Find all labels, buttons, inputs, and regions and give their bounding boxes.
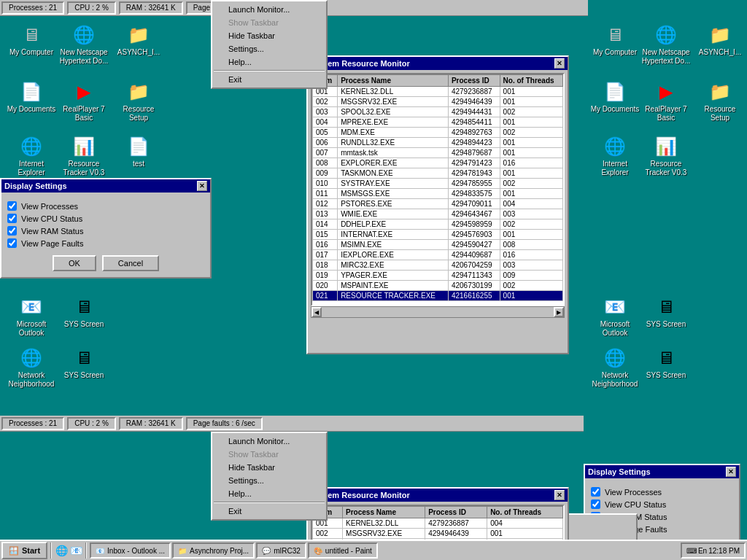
menu-help[interactable]: Help...	[214, 55, 325, 69]
desktop-icon-resource-setup[interactable]: 📁 Resource Setup	[113, 80, 164, 122]
my-computer-icon: 🖥	[20, 23, 43, 47]
menu-hide-taskbar[interactable]: Hide Taskbar	[214, 29, 325, 42]
desktop-icon-asynch[interactable]: 📁 ASYNCH_I...	[113, 23, 164, 57]
desktop-icon-test[interactable]: 📄 test	[113, 135, 164, 168]
ok-button[interactable]: OK	[53, 255, 96, 271]
scroll-left-btn[interactable]: ◀	[311, 307, 322, 317]
table-row[interactable]: 020MSPAINT.EXE4206730199002	[313, 281, 563, 291]
quicklaunch-ie[interactable]: 🌐	[55, 544, 68, 557]
desktop-icon-netscape-r[interactable]: 🌐 New Netscape Hypertext Do...	[640, 23, 692, 66]
context-menu-bottom: Launch Monitor... Show Taskbar Hide Task…	[211, 432, 328, 521]
menu-launch-monitor-b[interactable]: Launch Monitor...	[214, 435, 325, 448]
checkbox-processes-input[interactable]	[7, 201, 17, 211]
desktop-icon-tracker[interactable]: 📊 Resource Tracker V0.3	[58, 135, 109, 177]
sysscreen2-label: SYS Screen	[64, 371, 104, 380]
checkbox-cpu-input[interactable]	[7, 214, 17, 223]
sysscreen1-label: SYS Screen	[64, 320, 104, 329]
sys-monitor-close-b[interactable]: ✕	[554, 490, 565, 500]
ie-label-r: Internet Explorer	[589, 160, 640, 177]
process-table-container[interactable]: Num Process Name Process ID No. of Threa…	[311, 73, 565, 306]
desktop-icon-asynch-r[interactable]: 📁 ASYNCH_I...	[694, 23, 746, 57]
table-row[interactable]: 001KERNEL32.DLL4279236887001	[313, 87, 563, 97]
table-row[interactable]: 017IEXPLORE.EXE4294409687016	[313, 250, 563, 260]
status-bar-bottom: Processes : 21 CPU : 2 % RAM : 32641 K P…	[0, 416, 584, 432]
menu-settings[interactable]: Settings...	[214, 42, 325, 55]
cancel-button[interactable]: Cancel	[102, 255, 159, 271]
desktop-icon-my-computer[interactable]: 🖥 My Computer	[6, 23, 57, 57]
menu-divider	[214, 70, 325, 71]
menu-help-b[interactable]: Help...	[214, 487, 325, 500]
table-row[interactable]: 012PSTORES.EXE4294709011004	[313, 199, 563, 209]
desktop-icon-sysscreen2[interactable]: 🖥 SYS Screen	[58, 346, 109, 380]
checkbox-processes-input-b[interactable]	[591, 487, 600, 497]
taskbar-mirc[interactable]: 💬 mIRC32	[256, 542, 306, 559]
desktop-icon-sysscreen1-r[interactable]: 🖥 SYS Screen	[640, 295, 692, 329]
table-row[interactable]: 005MDM.EXE4294892763002	[313, 128, 563, 138]
checkbox-ram-input[interactable]	[7, 226, 17, 236]
table-row[interactable]: 002MSGSRV32.EXE4294946439001	[313, 97, 563, 107]
sys-monitor-content: Num Process Name Process ID No. of Threa…	[308, 70, 568, 353]
paint-label: untitled - Paint	[325, 547, 372, 555]
table-row[interactable]: 011MSMSGS.EXE4294833575001	[313, 189, 563, 199]
table-row[interactable]: 008EXPLORER.EXE4294791423016	[313, 158, 563, 168]
desktop-icon-sysscreen1[interactable]: 🖥 SYS Screen	[58, 295, 109, 329]
desktop-icon-outlook-r[interactable]: 📧 Microsoft Outlook	[589, 295, 640, 338]
desktop-icon-netscape[interactable]: 🌐 New Netscape Hypertext Do...	[58, 23, 109, 66]
table-row[interactable]: 010SYSTRAY.EXE4294785955002	[313, 179, 563, 189]
menu-hide-taskbar-b[interactable]: Hide Taskbar	[214, 461, 325, 474]
start-button[interactable]: 🪟 Start	[1, 542, 47, 559]
taskbar-asynch[interactable]: 📁 Asynchrony Proj...	[172, 542, 255, 559]
desktop-icon-realplayer[interactable]: ▶ RealPlayer 7 Basic	[58, 80, 109, 122]
checkbox-cpu-input-b[interactable]	[591, 499, 600, 509]
table-row[interactable]: 014DDHELP.EXE4294598959002	[313, 219, 563, 230]
menu-show-taskbar[interactable]: Show Taskbar	[214, 16, 325, 29]
table-row[interactable]: 009TASKMON.EXE4294781943001	[313, 168, 563, 179]
desktop-icon-mydocs[interactable]: 📄 My Documents	[6, 80, 57, 114]
display-settings-close-b[interactable]: ✕	[726, 467, 736, 477]
netscape-icon-r: 🌐	[654, 23, 678, 47]
quicklaunch-outlook[interactable]: 📧	[69, 544, 82, 557]
scroll-right-btn[interactable]: ▶	[554, 307, 564, 317]
desktop-icon-ie-r[interactable]: 🌐 Internet Explorer	[589, 135, 640, 177]
menu-launch-monitor[interactable]: Launch Monitor...	[214, 3, 325, 16]
table-row[interactable]: 006RUNDLL32.EXE4294894423001	[313, 138, 563, 148]
desktop-icon-mydocs-r[interactable]: 📄 My Documents	[589, 80, 640, 114]
desktop-icon-outlook[interactable]: 📧 Microsoft Outlook	[6, 295, 57, 338]
ram-status: RAM : 32641 K	[119, 1, 183, 15]
menu-show-taskbar-b[interactable]: Show Taskbar	[214, 448, 325, 461]
checkbox-pagefaults-input[interactable]	[7, 238, 17, 248]
table-row[interactable]: 016MSIMN.EXE4294590427008	[313, 240, 563, 250]
ie-icon: 🌐	[20, 135, 43, 158]
desktop-icon-sysscreen2-r[interactable]: 🖥 SYS Screen	[640, 346, 692, 380]
table-row[interactable]: 004MPREXE.EXE4294854411001	[313, 117, 563, 128]
menu-settings-b[interactable]: Settings...	[214, 474, 325, 487]
horizontal-scrollbar[interactable]: ◀ ▶	[311, 306, 565, 318]
outlook-label: Microsoft Outlook	[6, 320, 57, 338]
menu-exit[interactable]: Exit	[214, 73, 325, 86]
table-row[interactable]: 013WMIE.EXE4294643467003	[313, 209, 563, 219]
desktop-icon-network-r[interactable]: 🌐 Network Neighborhood	[589, 346, 640, 389]
table-row[interactable]: 003SPOOL32.EXE4294944431002	[313, 107, 563, 117]
table-row[interactable]: 019YPAGER.EXE4294711343009	[313, 271, 563, 281]
table-row[interactable]: 007mmtask.tsk4294879687001	[313, 148, 563, 158]
table-row[interactable]: 015INTERNAT.EXE4294576903001	[313, 230, 563, 240]
tracker-icon: 📊	[72, 135, 96, 158]
taskbar-inbox[interactable]: 📧 Inbox - Outlook ...	[90, 542, 171, 559]
menu-exit-b[interactable]: Exit	[214, 505, 325, 518]
inbox-label: Inbox - Outlook ...	[107, 547, 165, 555]
sys-monitor-close[interactable]: ✕	[554, 58, 565, 69]
desktop-icon-realplayer-r[interactable]: ▶ RealPlayer 7 Basic	[640, 80, 692, 122]
taskbar-paint[interactable]: 🎨 untitled - Paint	[308, 542, 378, 559]
desktop-icon-my-computer-r[interactable]: 🖥 My Computer	[589, 23, 640, 57]
desktop-icon-network[interactable]: 🌐 Network Neighborhood	[6, 346, 57, 389]
table-row[interactable]: 018MIRC32.EXE4206704259003	[313, 260, 563, 271]
netscape-label: New Netscape Hypertext Do...	[58, 48, 109, 66]
lang-icon: En	[698, 547, 707, 555]
desktop-icon-resource-setup-r[interactable]: 📁 Resource Setup	[694, 80, 746, 122]
display-settings-close[interactable]: ✕	[197, 181, 207, 191]
checkbox-processes-label: View Processes	[21, 202, 78, 211]
desktop-icon-tracker-r[interactable]: 📊 Resource Tracker V0.3	[640, 135, 692, 177]
table-row[interactable]: 021RESOURCE TRACKER.EXE4216616255001	[313, 291, 563, 301]
desktop-icon-ie[interactable]: 🌐 Internet Explorer	[6, 135, 57, 177]
checkbox-processes-label-b: View Processes	[605, 488, 662, 497]
